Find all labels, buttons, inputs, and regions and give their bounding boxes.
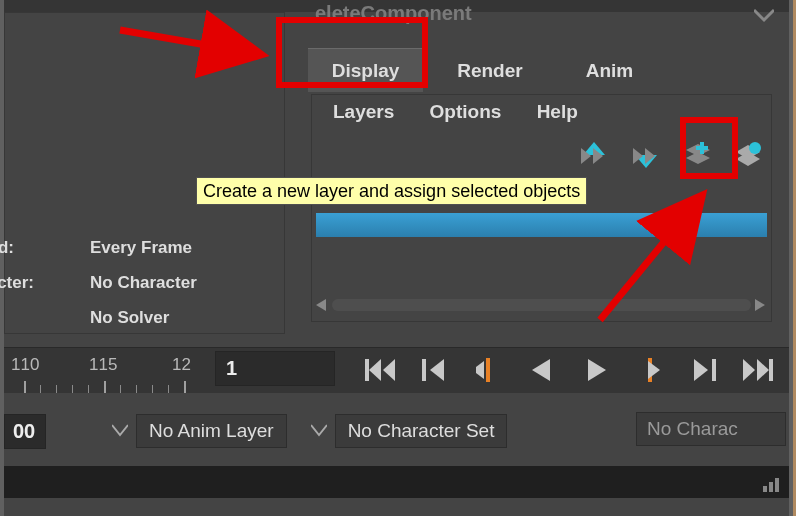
range-start-input[interactable]: 00 (4, 414, 46, 449)
svg-rect-15 (763, 486, 767, 492)
layer-row[interactable] (316, 213, 767, 237)
menu-options[interactable]: Options (430, 101, 502, 123)
play-button[interactable] (574, 350, 618, 390)
menu-layers[interactable]: Layers (333, 101, 394, 123)
chevron-down-icon[interactable] (112, 423, 128, 439)
script-editor-icon[interactable] (761, 472, 785, 494)
svg-rect-3 (365, 359, 369, 381)
layer-editor-panel: eleteComponent Display Render Anim Layer… (295, 12, 782, 332)
tab-render[interactable]: Render (427, 49, 552, 93)
play-back-button[interactable] (520, 350, 564, 390)
svg-rect-4 (422, 359, 426, 381)
tick-label-115: 115 (89, 355, 117, 375)
scroll-right-icon[interactable] (755, 299, 767, 311)
menu-dropdown-icon[interactable] (754, 6, 774, 26)
tick-label-110: 110 (11, 355, 39, 375)
status-bar (4, 466, 789, 498)
go-end-button[interactable] (736, 350, 780, 390)
delete-component-label: eleteComponent (315, 2, 472, 25)
add-layer-icon[interactable] (683, 142, 713, 168)
next-frame-button[interactable] (628, 350, 672, 390)
new-layer-assign-icon[interactable] (733, 142, 763, 168)
svg-rect-8 (712, 359, 716, 381)
svg-rect-1 (696, 146, 708, 150)
go-start-button[interactable] (358, 350, 402, 390)
character-set-dropdown[interactable]: No Character Set (335, 414, 508, 448)
move-layer-down-icon[interactable] (631, 142, 663, 168)
scroll-left-icon[interactable] (316, 299, 328, 311)
timeline-area: 110 115 12 1 (4, 347, 789, 393)
tab-display[interactable]: Display (308, 48, 423, 92)
tooltip: Create a new layer and assign selected o… (196, 177, 587, 205)
svg-rect-16 (769, 482, 773, 492)
move-layer-up-icon[interactable] (579, 142, 611, 168)
value-no-character: No Character (90, 273, 197, 293)
layers-panel-menu: Layers Options Help (318, 101, 593, 123)
attribute-panel: d: Every Frame cter: No Character No Sol… (4, 12, 285, 334)
value-every-frame: Every Frame (90, 238, 192, 258)
layers-scrollbar[interactable] (316, 297, 767, 313)
next-key-button[interactable] (682, 350, 726, 390)
svg-point-2 (749, 142, 761, 154)
svg-rect-9 (769, 359, 773, 381)
tab-anim[interactable]: Anim (557, 49, 662, 93)
value-no-solver: No Solver (90, 308, 169, 328)
anim-layer-dropdown[interactable]: No Anim Layer (136, 414, 287, 448)
layers-subpanel: Layers Options Help (311, 94, 772, 322)
current-frame-input[interactable]: 1 (215, 351, 335, 386)
chevron-down-icon[interactable] (311, 423, 327, 439)
prev-key-button[interactable] (412, 350, 456, 390)
menu-help[interactable]: Help (537, 101, 578, 123)
label-d: d: (0, 238, 14, 258)
tick-label-12: 12 (172, 355, 191, 375)
prev-frame-button[interactable] (466, 350, 510, 390)
svg-rect-17 (775, 478, 779, 492)
transport-controls (358, 350, 780, 390)
panel-tabs: Display Render Anim (308, 48, 662, 92)
label-cter: cter: (0, 273, 34, 293)
character-set-cut[interactable]: No Charac (636, 412, 786, 446)
svg-rect-5 (486, 358, 490, 382)
scrollbar-track[interactable] (332, 299, 751, 311)
range-bar: 00 No Anim Layer No Character Set No Cha… (4, 408, 789, 454)
